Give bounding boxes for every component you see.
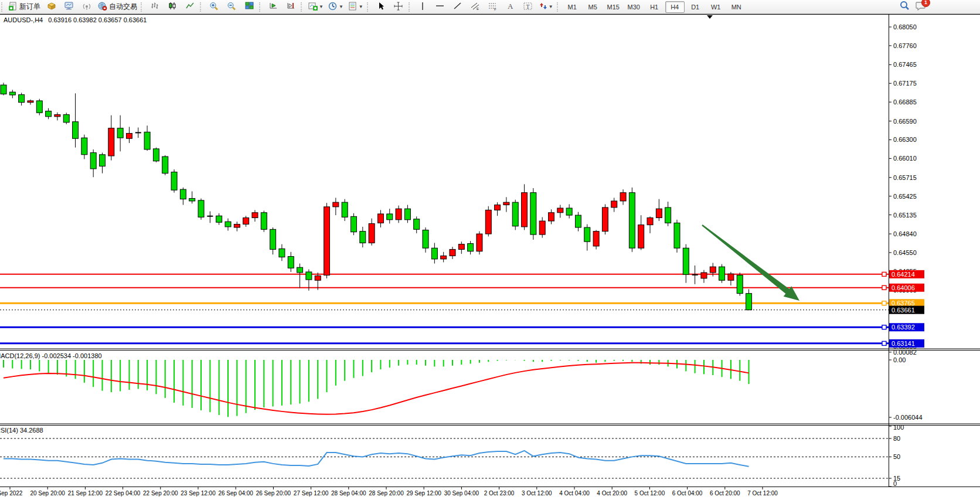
chart-shift-button[interactable]	[283, 1, 299, 13]
autotrading-button[interactable]: 自动交易	[96, 1, 139, 13]
bearish-candle	[216, 216, 222, 222]
time-tick-label[interactable]: 7 Oct 12:00	[747, 490, 778, 496]
time-tick-label[interactable]: 6 Oct 04:00	[672, 490, 703, 496]
candlestick-chart-button[interactable]	[164, 1, 181, 13]
rsi-indicator-label: RSI(14) 34.2688	[0, 427, 43, 434]
dropdown-caret: ▼	[549, 4, 553, 9]
toolbar-grip	[141, 2, 144, 12]
time-tick-label[interactable]: 26 Sep 20:00	[256, 490, 291, 496]
timeframe-m1-button[interactable]: M1	[563, 1, 582, 13]
new-order-button[interactable]: 新订单	[7, 1, 42, 13]
time-tick-label[interactable]: 3 Oct 12:00	[522, 490, 552, 496]
bar-chart-icon	[151, 2, 159, 12]
candlestick-chart-icon	[168, 2, 177, 12]
time-tick-label[interactable]: 20 Sep 20:00	[30, 490, 65, 496]
mt4-window: 新订单 自动交易	[0, 0, 980, 500]
time-tick-label[interactable]: 21 Sep 12:00	[68, 490, 103, 496]
signals-button[interactable]	[79, 1, 95, 13]
bearish-candle	[189, 199, 195, 201]
time-tick-label[interactable]: 22 Sep 04:00	[106, 490, 141, 496]
line-end-handle[interactable]	[882, 272, 886, 276]
time-tick-label[interactable]: 5 Oct 12:00	[635, 490, 665, 496]
timeframe-mn-button[interactable]: MN	[727, 1, 746, 13]
chart-shift-marker[interactable]	[707, 15, 713, 19]
macd-tick-label: -0.006044	[893, 414, 923, 421]
market-watch-button[interactable]	[43, 1, 60, 13]
time-tick-label[interactable]: 2 Oct 23:00	[484, 490, 515, 496]
chat-button[interactable]: 1	[916, 1, 926, 13]
terminal-button[interactable]	[61, 1, 77, 13]
crosshair-button[interactable]	[390, 1, 407, 13]
timeframe-h1-button[interactable]: H1	[645, 1, 664, 13]
fibonacci-button[interactable]: F	[485, 1, 501, 13]
ohlc-values-label: 0.63916 0.63982 0.63657 0.63661	[48, 16, 147, 23]
time-tick-label[interactable]: 29 Sep 12:00	[406, 490, 441, 496]
time-tick-label[interactable]: 4 Oct 20:00	[597, 490, 627, 496]
bar-chart-button[interactable]	[147, 1, 163, 13]
horizontal-line-button[interactable]	[432, 1, 448, 13]
vertical-line-button[interactable]	[414, 1, 431, 13]
time-tick-label[interactable]: 23 Sep 12:00	[181, 490, 216, 496]
macd-tick-label: 0.00	[893, 356, 906, 363]
timeframe-h4-button[interactable]: H4	[665, 1, 685, 13]
chart-canvas[interactable]: 0.680500.677600.674650.671750.668850.665…	[0, 0, 980, 500]
time-tick-label[interactable]: 4 Oct 04:00	[559, 490, 590, 496]
equidistant-channel-button[interactable]: E	[467, 1, 484, 13]
time-tick-label[interactable]: 26 Sep 04:00	[218, 490, 253, 496]
bullish-candle	[656, 209, 662, 217]
tile-windows-button[interactable]	[241, 1, 257, 13]
timeframe-m15-button[interactable]: M15	[604, 1, 623, 13]
bearish-candle	[665, 208, 671, 223]
bearish-candle	[566, 208, 572, 215]
macd-indicator-label: MACD(12,26,9) -0.002534 -0.001380	[0, 352, 102, 359]
timeframe-m30-button[interactable]: M30	[624, 1, 644, 13]
price-level-badge-text: 0.63141	[891, 340, 915, 347]
timeframe-d1-button[interactable]: D1	[686, 1, 705, 13]
bearish-candle	[162, 157, 168, 174]
bullish-candle	[55, 115, 60, 117]
time-tick-label[interactable]: 6 Oct 20:00	[710, 490, 740, 496]
periods-button[interactable]: ▼	[326, 1, 345, 13]
trend-arrow-annotation[interactable]	[702, 225, 799, 301]
bullish-candle	[522, 193, 528, 227]
time-tick-label[interactable]: 28 Sep 04:00	[331, 490, 366, 496]
bullish-candle	[477, 234, 482, 251]
text-button[interactable]: A	[502, 1, 519, 13]
timeframe-w1-button[interactable]: W1	[706, 1, 726, 13]
price-tick-label: 0.65715	[893, 174, 917, 181]
cursor-button[interactable]	[373, 1, 389, 13]
new-order-icon	[9, 2, 18, 12]
timeframe-m5-button[interactable]: M5	[583, 1, 603, 13]
toolbar-right-icons: 1	[900, 1, 926, 13]
bullish-candle	[324, 207, 330, 275]
price-tick-label: 0.64550	[893, 249, 917, 256]
trendline-button[interactable]	[450, 1, 466, 13]
toolbar: 新订单 自动交易	[0, 0, 980, 14]
time-tick-label[interactable]: 28 Sep 20:00	[369, 490, 404, 496]
new-order-label: 新订单	[19, 2, 40, 12]
auto-scroll-button[interactable]	[265, 1, 281, 13]
bearish-candle	[683, 248, 689, 274]
time-tick-label[interactable]: Sep 2022	[0, 490, 23, 496]
zoom-in-button[interactable]	[206, 1, 222, 13]
time-tick-label[interactable]: 30 Sep 04:00	[444, 490, 479, 496]
bullish-candle	[369, 223, 375, 243]
indicators-button[interactable]: ▼	[307, 1, 325, 13]
line-end-handle[interactable]	[882, 285, 886, 290]
time-tick-label[interactable]: 27 Sep 12:00	[294, 490, 329, 496]
time-tick-label[interactable]: 22 Sep 20:00	[143, 490, 178, 496]
zoom-out-button[interactable]	[223, 1, 240, 13]
price-level-badge-text: 0.63765	[891, 300, 915, 307]
line-end-handle[interactable]	[882, 341, 886, 345]
bearish-candle	[431, 248, 437, 259]
line-end-handle[interactable]	[882, 301, 886, 305]
arrows-button[interactable]: ▼	[537, 1, 555, 13]
line-end-handle[interactable]	[882, 325, 886, 329]
text-label-button[interactable]: T	[520, 1, 536, 13]
current-price-badge-text: 0.63661	[891, 307, 915, 314]
bearish-candle	[387, 214, 393, 220]
search-button[interactable]	[900, 1, 910, 13]
templates-button[interactable]: ▼	[346, 1, 365, 13]
line-chart-button[interactable]	[182, 1, 198, 13]
toolbar-grip	[367, 2, 370, 12]
